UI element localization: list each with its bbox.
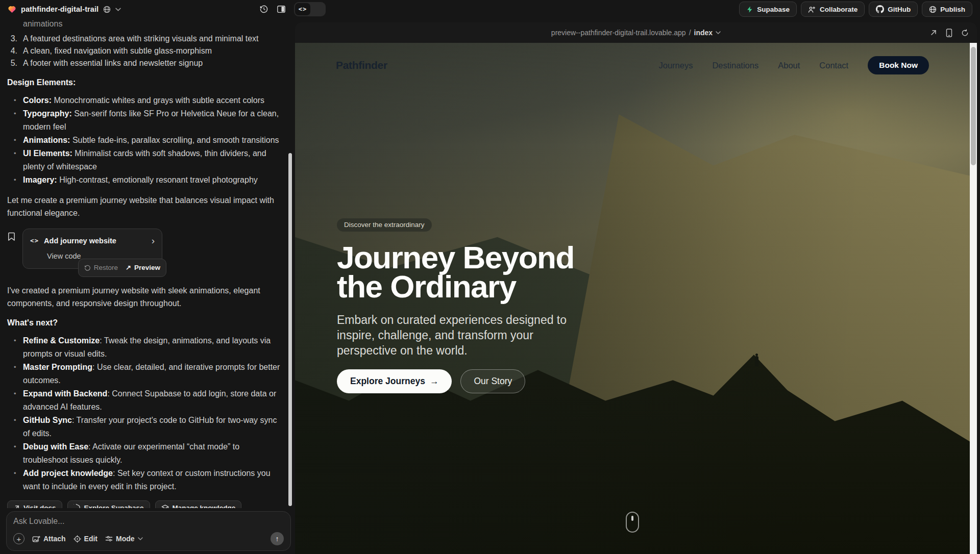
list-item: Add project knowledge: Set key context o… xyxy=(7,467,283,493)
github-icon xyxy=(876,5,884,13)
list-item: Animations: Subtle fade-ins, parallax sc… xyxy=(7,134,283,147)
supabase-button[interactable]: Supabase xyxy=(739,2,797,17)
card-title-row[interactable]: <> Add journey website › xyxy=(30,235,155,247)
preview-button[interactable]: ↗ Preview xyxy=(126,262,160,274)
list-item: UI Elements: Minimalist cards with soft … xyxy=(7,147,283,173)
restore-button[interactable]: Restore xyxy=(84,262,118,274)
our-story-button[interactable]: Our Story xyxy=(460,369,525,393)
visit-docs-button[interactable]: Visit docs xyxy=(7,500,62,508)
lead-paragraph: Let me create a premium journey website … xyxy=(7,194,283,219)
book-now-button[interactable]: Book Now xyxy=(868,56,929,74)
hero-subtext: Embark on curated experiences designed t… xyxy=(337,312,582,358)
hero-badge: Discover the extraordinary xyxy=(337,218,432,232)
prompt-composer: + Attach Edit xyxy=(6,511,291,551)
chat-bubble-icon xyxy=(74,504,81,508)
site-scrollbar-thumb[interactable] xyxy=(971,47,976,165)
list-item: Colors: Monochromatic whites and grays w… xyxy=(7,94,283,107)
publish-globe-icon xyxy=(929,6,937,13)
external-link-icon xyxy=(13,505,20,509)
card-title: Add journey website xyxy=(44,235,116,247)
code-view-toggle[interactable]: <> xyxy=(294,2,326,16)
list-item: Debug with Ease: Activate our experiment… xyxy=(7,440,283,467)
add-button[interactable]: + xyxy=(13,533,24,544)
hiker-silhouette xyxy=(755,356,758,366)
hero-buttons: Explore Journeys → Our Story xyxy=(337,369,623,393)
supabase-bolt-icon xyxy=(746,6,753,13)
top-bar-actions: Supabase Collaborate GitHub Publish xyxy=(739,2,972,17)
lovable-heart-logo xyxy=(8,5,16,13)
mode-selector[interactable]: Mode xyxy=(105,535,143,543)
refresh-icon[interactable] xyxy=(961,29,969,37)
image-attach-icon xyxy=(32,535,40,543)
globe-icon xyxy=(103,6,111,13)
collaborate-button[interactable]: Collaborate xyxy=(801,2,865,17)
preview-panel: preview--pathfinder-digital-trail.lovabl… xyxy=(295,22,977,554)
list-item: Expand with Backend: Connect Supabase to… xyxy=(7,387,283,414)
project-name: pathfinder-digital-trail xyxy=(21,5,99,13)
design-bullets: Colors: Monochromatic whites and grays w… xyxy=(7,94,283,187)
list-item: Refine & Customize: Tweak the design, an… xyxy=(7,334,283,361)
numbered-item: 3. A featured destinations area with str… xyxy=(7,33,283,45)
clipped-text-line: animations xyxy=(7,18,283,30)
chat-scrollbar[interactable] xyxy=(288,153,292,506)
chevron-down-icon xyxy=(115,8,121,11)
edit-button[interactable]: Edit xyxy=(74,535,97,543)
attach-button[interactable]: Attach xyxy=(32,535,66,543)
publish-button[interactable]: Publish xyxy=(922,2,972,17)
nav-link-about[interactable]: About xyxy=(778,61,800,70)
mobile-view-icon[interactable] xyxy=(946,29,952,37)
card-hover-actions: Restore ↗ Preview xyxy=(78,259,166,277)
site-nav-links: Journeys Destinations About Contact xyxy=(658,61,848,70)
chevron-down-icon xyxy=(138,537,143,540)
select-target-icon xyxy=(74,535,81,543)
history-icon[interactable] xyxy=(259,5,268,14)
open-external-icon[interactable] xyxy=(930,29,937,36)
preview-controls xyxy=(930,22,969,43)
graduation-cap-icon xyxy=(161,504,169,508)
code-icon[interactable]: <> xyxy=(295,3,310,15)
site-scrollbar xyxy=(970,43,977,554)
result-paragraph: I've created a premium journey website w… xyxy=(7,284,283,310)
list-item: Master Prompting: Use clear, detailed, a… xyxy=(7,361,283,387)
design-elements-heading: Design Elements: xyxy=(7,77,283,89)
explore-supabase-button[interactable]: Explore Supabase xyxy=(67,500,150,508)
sliders-icon xyxy=(105,535,113,542)
numbered-item: 4. A clean, fixed navigation with subtle… xyxy=(7,45,283,57)
nav-link-destinations[interactable]: Destinations xyxy=(712,61,758,70)
nav-link-contact[interactable]: Contact xyxy=(819,61,848,70)
chat-messages: animations 3. A featured destinations ar… xyxy=(0,18,293,508)
add-journey-website-card[interactable]: <> Add journey website › View code Resto… xyxy=(22,229,162,269)
prompt-input[interactable] xyxy=(13,517,284,526)
site-navbar: Pathfinder Journeys Destinations About C… xyxy=(295,43,970,88)
chevron-down-icon xyxy=(716,31,721,34)
site-logo[interactable]: Pathfinder xyxy=(336,59,387,71)
numbered-item: 5. A footer with essential links and new… xyxy=(7,57,283,69)
preview-url[interactable]: preview--pathfinder-digital-trail.lovabl… xyxy=(551,29,721,37)
hero-section: Discover the extraordinary Journey Beyon… xyxy=(337,218,623,393)
panel-layout-icon[interactable] xyxy=(277,5,286,14)
scroll-indicator xyxy=(626,512,639,533)
hero-heading: Journey Beyond the Ordinary xyxy=(337,243,623,301)
nav-link-journeys[interactable]: Journeys xyxy=(658,61,693,70)
external-link-icon: ↗ xyxy=(126,262,131,274)
code-icon: <> xyxy=(30,235,39,247)
site-viewport: Pathfinder Journeys Destinations About C… xyxy=(295,43,970,554)
next-steps-bullets: Refine & Customize: Tweak the design, an… xyxy=(7,334,283,493)
explore-journeys-button[interactable]: Explore Journeys → xyxy=(337,369,452,393)
list-item: Typography: San-serif fonts like SF Pro … xyxy=(7,107,283,134)
manage-knowledge-button[interactable]: Manage knowledge xyxy=(155,500,242,508)
generation-card-row: <> Add journey website › View code Resto… xyxy=(7,229,283,269)
workspace-tools: <> xyxy=(259,0,326,18)
collaborate-icon xyxy=(808,6,816,13)
github-button[interactable]: GitHub xyxy=(869,2,918,17)
list-item: Imagery: High-contrast, emotionally reso… xyxy=(7,173,283,187)
list-item: GitHub Sync: Transfer your project's cod… xyxy=(7,414,283,440)
top-bar: pathfinder-digital-trail <> xyxy=(0,0,980,18)
preview-chrome-bar: preview--pathfinder-digital-trail.lovabl… xyxy=(295,22,977,43)
chevron-right-icon: › xyxy=(152,237,155,244)
whats-next-heading: What's next? xyxy=(7,317,283,329)
send-button[interactable]: ↑ xyxy=(271,532,284,545)
composer-actions: + Attach Edit xyxy=(13,532,284,545)
bookmark-icon[interactable] xyxy=(7,232,16,241)
project-menu[interactable]: pathfinder-digital-trail xyxy=(8,5,121,13)
